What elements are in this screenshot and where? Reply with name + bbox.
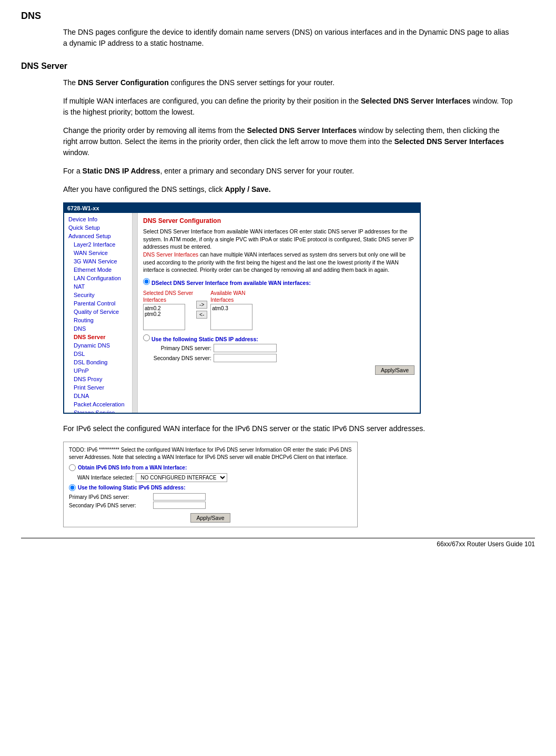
ipv6-radio-wan-label: Obtain IPv6 DNS Info from a WAN Interfac…: [78, 465, 187, 471]
secondary-dns-input[interactable]: [214, 354, 277, 362]
wan-interface-select[interactable]: NO CONFIGURED INTERFACE: [136, 473, 227, 482]
dns-desc-highlight: DNS Server Interfaces: [143, 251, 198, 258]
sidebar-item-upnp[interactable]: UPnP: [64, 366, 137, 375]
ipv6-primary-label: Primary IPv6 DNS server:: [69, 494, 153, 500]
static-dns-section: Use the following Static DNS IP address:…: [143, 334, 415, 362]
radio-static-dns[interactable]: [143, 334, 150, 341]
para-2: If multiple WAN interfaces are configure…: [63, 96, 514, 118]
sidebar-item-dns-proxy[interactable]: DNS Proxy: [64, 375, 137, 383]
sidebar-item-wan[interactable]: WAN Service: [64, 249, 137, 257]
sidebar-item-layer2[interactable]: Layer2 Interface: [64, 240, 137, 249]
router-screenshot-2: TODO: IPv6 ********** Select the configu…: [63, 442, 358, 527]
available-wan-box[interactable]: atm0.3: [210, 304, 252, 330]
apply-btn-row: Apply/Save: [143, 365, 415, 375]
sidebar-item-nat[interactable]: NAT: [64, 282, 137, 291]
sidebar-item-dsl-bonding[interactable]: DSL Bonding: [64, 358, 137, 366]
sidebar-item-security[interactable]: Security: [64, 291, 137, 299]
ipv6-secondary-row: Secondary IPv6 DNS server:: [69, 502, 352, 509]
para-5: After you have configured the DNS settin…: [63, 184, 514, 195]
selected-dns-label: Selected DNS Server: [143, 290, 193, 296]
wan-interface-label: WAN Interface selected:: [77, 475, 134, 481]
arrow-right-btn[interactable]: ->: [196, 301, 207, 309]
sidebar-item-dynamic-dns[interactable]: Dynamic DNS: [64, 341, 137, 350]
sidebar-item-routing[interactable]: Routing: [64, 316, 137, 324]
secondary-dns-label: Secondary DNS server:: [143, 355, 211, 361]
router-screenshot-1: 6728-W1-xx Device Info Quick Setup Advan…: [63, 202, 421, 414]
footer-text: 66xx/67xx Router Users Guide 101: [437, 540, 535, 548]
sidebar-item-quick-setup[interactable]: Quick Setup: [64, 223, 137, 232]
sidebar-item-parental[interactable]: Parental Control: [64, 299, 137, 308]
interfaces-label-2: Interfaces: [210, 297, 252, 303]
selected-dns-col: Selected DNS Server Interfaces atm0.2ptm…: [143, 290, 193, 330]
intro-paragraph: The DNS pages configure the device to id…: [63, 27, 514, 49]
ipv6-radio-wan[interactable]: [69, 464, 76, 471]
radio-wan-interface[interactable]: [143, 278, 150, 285]
ipv6-secondary-label: Secondary IPv6 DNS server:: [69, 503, 153, 508]
available-wan-col: Available WAN Interfaces atm0.3: [210, 290, 252, 330]
primary-dns-label: Primary DNS server:: [143, 345, 211, 351]
ipv6-radio-static[interactable]: [69, 484, 76, 491]
radio2-label[interactable]: Use the following Static DNS IP address:: [143, 336, 258, 342]
arrow-buttons: -> <-: [196, 301, 207, 319]
ipv6-paragraph: For IPv6 select the configured WAN inter…: [63, 423, 514, 434]
sidebar-item-packet-accel[interactable]: Packet Acceleration: [64, 400, 137, 408]
router-main-content: DNS Server Configuration Select DNS Serv…: [138, 213, 420, 413]
page-title: DNS: [21, 11, 535, 22]
para-4: For a Static DNS IP Address, enter a pri…: [63, 166, 514, 177]
ipv6-primary-row: Primary IPv6 DNS server:: [69, 493, 352, 500]
para-1: The DNS Server Configuration configures …: [63, 77, 514, 88]
sidebar-item-advanced-setup[interactable]: Advanced Setup: [64, 232, 137, 240]
radio1-text: DSelect DNS Server Interface from availa…: [151, 280, 311, 286]
sidebar-item-print-server[interactable]: Print Server: [64, 383, 137, 392]
para-3: Change the priority order by removing al…: [63, 125, 514, 158]
page-footer: 66xx/67xx Router Users Guide 101: [21, 538, 535, 548]
section-title: DNS Server: [21, 62, 535, 71]
wan-interface-row: WAN Interface selected: NO CONFIGURED IN…: [77, 473, 352, 482]
sidebar-item-dns-server[interactable]: DNS Server: [64, 333, 137, 341]
sidebar-item-lan[interactable]: LAN Configuration: [64, 274, 137, 282]
radio2-text: Use the following Static DNS IP address:: [151, 336, 258, 342]
sidebar-item-qos[interactable]: Quality of Service: [64, 308, 137, 316]
router-titlebar: 6728-W1-xx: [64, 203, 420, 213]
interface-area: Selected DNS Server Interfaces atm0.2ptm…: [143, 290, 415, 330]
dns-config-title: DNS Server Configuration: [143, 217, 415, 224]
radio1-label[interactable]: DSelect DNS Server Interface from availa…: [143, 280, 311, 286]
ipv6-radio-row-1: Obtain IPv6 DNS Info from a WAN Interfac…: [69, 464, 352, 471]
ipv6-todo-text: TODO: IPv6 ********** Select the configu…: [69, 446, 352, 461]
ipv6-secondary-input[interactable]: [153, 502, 206, 509]
sidebar-item-dlna[interactable]: DLNA: [64, 392, 137, 400]
arrow-left-btn[interactable]: <-: [196, 311, 207, 319]
radio-section-1: DSelect DNS Server Interface from availa…: [143, 278, 415, 286]
sidebar-item-ethernet[interactable]: Ethernet Mode: [64, 265, 137, 274]
apply-save-btn-2[interactable]: Apply/Save: [190, 513, 230, 523]
sidebar-item-device-info[interactable]: Device Info: [64, 215, 137, 223]
ipv6-primary-input[interactable]: [153, 493, 206, 500]
apply-btn2-row: Apply/Save: [69, 513, 352, 523]
sidebar-scrollbar[interactable]: [132, 213, 137, 413]
ipv6-radio-static-label: Use the following Static IPv6 DNS addres…: [78, 485, 186, 491]
secondary-dns-row: Secondary DNS server:: [143, 354, 415, 362]
primary-dns-input[interactable]: [214, 344, 277, 352]
selected-dns-box[interactable]: atm0.2ptm0.2: [143, 304, 185, 330]
sidebar-item-3gwan[interactable]: 3G WAN Service: [64, 257, 137, 265]
sidebar-item-dns[interactable]: DNS: [64, 324, 137, 333]
primary-dns-row: Primary DNS server:: [143, 344, 415, 352]
interfaces-label-1: Interfaces: [143, 297, 193, 303]
dns-desc-1: Select DNS Server Interface from availab…: [143, 228, 415, 274]
router-sidebar: Device Info Quick Setup Advanced Setup L…: [64, 213, 138, 413]
sidebar-item-storage[interactable]: Storage Service: [64, 408, 137, 413]
ipv6-radio-row-2: Use the following Static IPv6 DNS addres…: [69, 484, 352, 491]
apply-save-btn[interactable]: Apply/Save: [375, 365, 415, 375]
available-wan-label: Available WAN: [210, 290, 252, 296]
sidebar-item-dsl[interactable]: DSL: [64, 350, 137, 358]
